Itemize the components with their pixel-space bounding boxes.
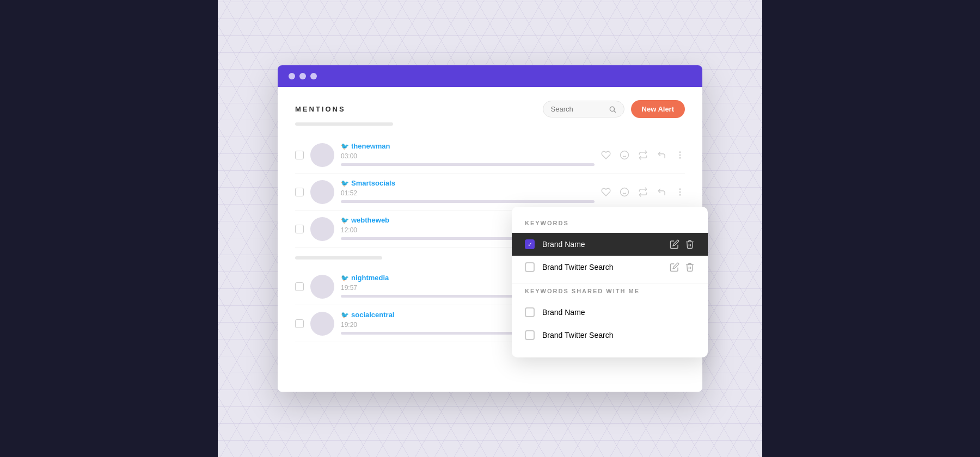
svg-point-11 — [679, 189, 681, 190]
mention-checkbox-3[interactable] — [295, 225, 304, 233]
twitter-bird-icon-2: 🐦 — [341, 180, 349, 187]
browser-window: MENTIONS New Alert — [278, 65, 702, 392]
twitter-bird-icon-3: 🐦 — [341, 217, 349, 224]
search-box[interactable] — [543, 101, 624, 118]
keywords-dropdown: KEYWORDS ✓ Brand Name Brand Twitter Sear… — [512, 207, 708, 357]
avatar-3 — [310, 217, 334, 241]
more-icon-1[interactable] — [675, 150, 685, 160]
avatar-2 — [310, 180, 334, 204]
svg-point-2 — [621, 151, 629, 159]
shared-checkbox-2[interactable] — [525, 330, 535, 340]
shared-keyword-item-2[interactable]: Brand Twitter Search — [512, 324, 708, 347]
filter-bar — [295, 122, 393, 126]
keyword-item-1-icons — [670, 239, 695, 249]
shared-checkbox-1[interactable] — [525, 307, 535, 317]
mention-checkbox-2[interactable] — [295, 188, 304, 196]
reply-icon-2[interactable] — [657, 187, 666, 197]
avatar-1 — [310, 143, 334, 167]
keywords-section-title: KEYWORDS — [512, 220, 708, 226]
svg-point-6 — [679, 155, 681, 156]
delete-icon-1[interactable] — [685, 239, 695, 249]
mention-checkbox-5[interactable] — [295, 319, 304, 328]
mention-checkbox-4[interactable] — [295, 282, 304, 291]
app-header: MENTIONS New Alert — [295, 100, 685, 118]
keyword-label-2: Brand Twitter Search — [542, 263, 662, 271]
avatar-4 — [310, 275, 334, 299]
keyword-item-1[interactable]: ✓ Brand Name — [512, 233, 708, 256]
mention-checkbox-1[interactable] — [295, 151, 304, 159]
header-actions: New Alert — [543, 100, 685, 118]
mention-actions-1 — [601, 150, 685, 160]
svg-point-12 — [679, 192, 681, 193]
mention-time-1: 03:00 — [341, 152, 595, 160]
keyword-item-2[interactable]: Brand Twitter Search — [512, 256, 708, 279]
svg-point-8 — [621, 188, 629, 196]
shared-label-1: Brand Name — [542, 308, 695, 317]
keywords-divider — [512, 283, 708, 283]
retweet-icon-2[interactable] — [638, 187, 648, 197]
new-alert-button[interactable]: New Alert — [631, 100, 685, 118]
emoji-icon-2[interactable] — [620, 187, 629, 197]
mention-body-2: 🐦 Smartsocials 01:52 — [341, 179, 595, 205]
search-input[interactable] — [551, 105, 604, 113]
right-panel — [762, 0, 980, 457]
more-icon-2[interactable] — [675, 187, 685, 197]
edit-icon-1[interactable] — [670, 239, 679, 249]
mention-body-1: 🐦 thenewman 03:00 — [341, 142, 595, 168]
twitter-bird-icon-4: 🐦 — [341, 274, 349, 282]
text-bar-1 — [341, 163, 595, 166]
keyword-checkbox-1[interactable]: ✓ — [525, 239, 535, 249]
like-icon-2[interactable] — [601, 187, 611, 197]
mention-username-1: 🐦 thenewman — [341, 142, 595, 150]
emoji-icon[interactable] — [620, 150, 629, 160]
mention-actions-2 — [601, 187, 685, 197]
retweet-icon[interactable] — [638, 150, 648, 160]
mention-item: 🐦 thenewman 03:00 — [295, 137, 685, 174]
shared-section: KEYWORDS SHARED WITH ME Brand Name Brand… — [512, 288, 708, 347]
section-divider — [295, 256, 382, 260]
shared-section-title: KEYWORDS SHARED WITH ME — [512, 288, 708, 294]
traffic-light-yellow[interactable] — [299, 73, 306, 79]
text-bar-2 — [341, 200, 595, 203]
keyword-checkbox-2[interactable] — [525, 262, 535, 272]
like-icon[interactable] — [601, 150, 611, 160]
avatar-5 — [310, 312, 334, 336]
page-title: MENTIONS — [295, 105, 346, 113]
left-panel — [0, 0, 218, 457]
svg-point-5 — [679, 152, 681, 153]
mention-username-2: 🐦 Smartsocials — [341, 179, 595, 187]
traffic-light-red[interactable] — [289, 73, 295, 79]
keyword-item-2-icons — [670, 262, 695, 272]
title-bar — [278, 65, 702, 87]
shared-label-2: Brand Twitter Search — [542, 331, 695, 339]
delete-icon-2[interactable] — [685, 262, 695, 272]
svg-point-0 — [610, 107, 614, 111]
edit-icon-2[interactable] — [670, 262, 679, 272]
svg-point-7 — [679, 157, 681, 158]
twitter-bird-icon: 🐦 — [341, 143, 349, 150]
twitter-bird-icon-5: 🐦 — [341, 311, 349, 319]
svg-line-1 — [614, 110, 615, 112]
keyword-label-1: Brand Name — [542, 240, 662, 249]
reply-icon[interactable] — [657, 150, 666, 160]
mention-time-2: 01:52 — [341, 189, 595, 197]
mention-item-2: 🐦 Smartsocials 01:52 — [295, 174, 685, 211]
svg-point-13 — [679, 194, 681, 195]
search-icon — [609, 106, 616, 113]
shared-keyword-item-1[interactable]: Brand Name — [512, 301, 708, 324]
traffic-light-green[interactable] — [310, 73, 317, 79]
